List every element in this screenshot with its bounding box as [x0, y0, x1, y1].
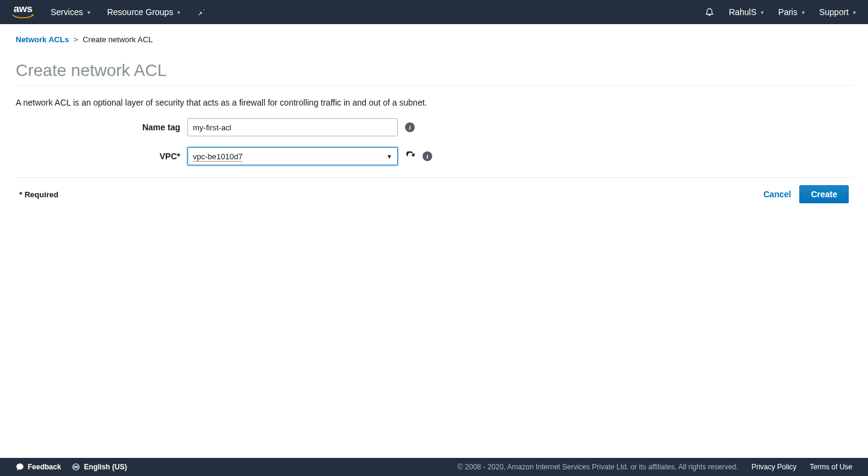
form-row-name-tag: Name tag i	[16, 118, 852, 136]
breadcrumb-separator: >	[71, 35, 81, 44]
breadcrumb-parent-link[interactable]: Network ACLs	[16, 35, 69, 44]
vpc-dropdown-value: vpc-be1010d7	[193, 152, 242, 161]
chevron-down-icon: ▼	[386, 153, 392, 160]
nav-region-label: Paris	[778, 7, 797, 17]
vpc-label: VPC*	[16, 151, 187, 161]
info-icon[interactable]: i	[423, 151, 432, 161]
page-description: A network ACL is an optional layer of se…	[16, 98, 852, 107]
name-tag-label: Name tag	[16, 122, 187, 132]
main-content: Network ACLs > Create network ACL Create…	[0, 24, 868, 203]
top-nav: aws Services ▾ Resource Groups ▾ RahulS …	[0, 0, 868, 24]
cancel-button[interactable]: Cancel	[763, 189, 791, 199]
actions-bar: * Required Cancel Create	[16, 177, 852, 203]
nav-user-label: RahulS	[729, 7, 756, 17]
nav-resource-groups[interactable]: Resource Groups ▾	[107, 7, 181, 17]
nav-support-label: Support	[819, 7, 849, 17]
chevron-down-icon: ▾	[802, 9, 805, 16]
nav-region-menu[interactable]: Paris ▾	[778, 7, 805, 17]
nav-services-label: Services	[51, 7, 83, 17]
aws-smile-icon	[12, 14, 34, 19]
aws-logo[interactable]: aws	[12, 4, 34, 21]
pin-icon[interactable]	[197, 7, 206, 17]
chevron-down-icon: ▾	[853, 9, 856, 16]
nav-support-menu[interactable]: Support ▾	[819, 7, 856, 17]
chevron-down-icon: ▾	[87, 9, 90, 16]
vpc-dropdown[interactable]: vpc-be1010d7 ▼	[187, 147, 398, 165]
info-icon[interactable]: i	[405, 122, 415, 132]
page-title: Create network ACL	[16, 61, 852, 86]
create-button[interactable]: Create	[799, 185, 849, 203]
form-row-vpc: VPC* vpc-be1010d7 ▼ i	[16, 147, 852, 165]
chevron-down-icon: ▾	[761, 9, 764, 16]
nav-user-menu[interactable]: RahulS ▾	[729, 7, 764, 17]
nav-services[interactable]: Services ▾	[51, 7, 90, 17]
required-note: * Required	[19, 190, 58, 199]
refresh-icon[interactable]	[405, 151, 415, 162]
notifications-icon[interactable]	[705, 7, 714, 18]
nav-resource-groups-label: Resource Groups	[107, 7, 174, 17]
breadcrumb: Network ACLs > Create network ACL	[16, 35, 852, 44]
chevron-down-icon: ▾	[177, 9, 180, 16]
name-tag-input[interactable]	[187, 118, 398, 136]
breadcrumb-current: Create network ACL	[83, 35, 153, 44]
